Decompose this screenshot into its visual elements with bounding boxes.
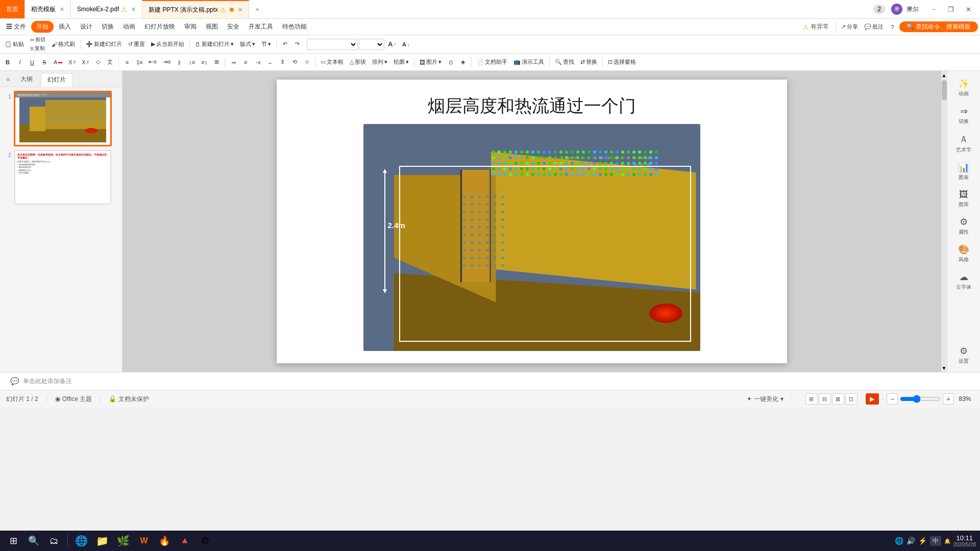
present-tools-button[interactable]: 📺 演示工具	[511, 56, 547, 68]
bullets-button[interactable]: ≡	[121, 56, 133, 68]
reset-button[interactable]: ↺ 重置	[126, 38, 148, 51]
animation-tool[interactable]: ✨ 动画	[949, 75, 978, 101]
justify-button[interactable]: ⫠	[264, 56, 276, 68]
style-tool[interactable]: 🎨 风格	[949, 241, 978, 266]
properties-tool[interactable]: ⚙ 属性	[949, 213, 978, 239]
tab-outline[interactable]: 大纲	[14, 73, 39, 87]
taskbar-app2[interactable]: 🔥	[155, 532, 174, 550]
anomaly-label[interactable]: 有异常	[811, 22, 829, 31]
taskbar-explorer[interactable]: 📁	[93, 532, 112, 550]
share-button[interactable]: ↗ 分享	[839, 21, 861, 33]
section-button[interactable]: 节 ▾	[259, 38, 274, 51]
font-color-button[interactable]: A▬	[51, 56, 65, 68]
zoom-out-button[interactable]: −	[887, 393, 898, 405]
column-button[interactable]: ⫿	[174, 56, 185, 68]
taskbar-app3[interactable]: 🔺	[176, 532, 194, 550]
line-spacing-button[interactable]: ≡↕	[199, 56, 210, 68]
scroll-down-arrow[interactable]: ▼	[941, 364, 947, 372]
menu-design[interactable]: 设计	[76, 21, 96, 33]
shape-btn[interactable]: ◇	[92, 56, 104, 68]
font-name-select[interactable]	[307, 39, 358, 50]
italic-button[interactable]: I	[14, 56, 26, 68]
shape-button[interactable]: △ 形状	[347, 56, 369, 68]
image-button[interactable]: 🖼 图片 ▾	[417, 56, 444, 68]
new-slide-button[interactable]: ➕ 新建幻灯片	[83, 38, 125, 51]
reading-view-button[interactable]: ⊠	[832, 393, 844, 405]
notes-view-button[interactable]: ⊡	[845, 393, 857, 405]
tab-pptx[interactable]: 新建 PPTX 演示文稿.pptx ⚠ ✕	[142, 0, 249, 18]
taskbar-app1[interactable]: 🌿	[114, 532, 133, 550]
redo-button[interactable]: ↷	[291, 38, 303, 51]
protection-info[interactable]: 🔓 文档未保护	[109, 395, 149, 404]
menu-animation[interactable]: 动画	[119, 21, 139, 33]
doc-assist-button[interactable]: 📄 文档助手	[474, 56, 510, 68]
format-painter-button[interactable]: 🖌 格式刷	[49, 38, 78, 51]
slide-preview-2[interactable]: 本文来自互联网，仅供参考使用。此文档并不代表作者的任何观点，不构成任何专业建议。…	[14, 150, 111, 205]
new-slide-dropdown[interactable]: 🗒 新建幻灯片 ▾	[192, 38, 236, 51]
transition-tool[interactable]: ⇒ 切换	[949, 103, 978, 128]
align-center-button[interactable]: ≡	[240, 56, 251, 68]
text-box-button[interactable]: ▭ 文本框	[318, 56, 346, 68]
tab-home[interactable]: 首页	[0, 0, 25, 18]
scroll-up-arrow[interactable]: ▲	[941, 71, 947, 79]
zoom-in-button[interactable]: +	[943, 393, 954, 405]
align-left-button[interactable]: ⫤	[228, 56, 239, 68]
chart-tool[interactable]: 📊 图表	[949, 159, 978, 184]
vertical-scrollbar[interactable]: ▲ ▼	[941, 71, 947, 372]
taskbar-wps[interactable]: W	[135, 532, 153, 550]
from-current-button[interactable]: ▶ 从当前开始	[149, 38, 187, 51]
task-view-button[interactable]: 🗂	[45, 532, 63, 550]
menu-review[interactable]: 审阅	[180, 21, 201, 33]
tab-pdf-close[interactable]: ✕	[131, 6, 136, 13]
slide-preview-1[interactable]: 烟层高度和热流通过一个门	[14, 91, 111, 146]
slide-image[interactable]: 2.4m	[292, 124, 772, 351]
screenshot-button[interactable]: ⎙	[445, 56, 456, 68]
menu-special[interactable]: 特色功能	[278, 21, 311, 33]
arrange-button[interactable]: 排列 ▾	[370, 56, 390, 68]
font-size-select[interactable]	[359, 39, 384, 50]
text-effects-btn[interactable]: 文	[105, 56, 116, 68]
outdent-button[interactable]: ⇤≡	[146, 56, 159, 68]
menu-insert[interactable]: 插入	[55, 21, 75, 33]
tab-pptx-close[interactable]: ✕	[238, 7, 242, 13]
restore-button[interactable]: ❐	[943, 3, 959, 15]
decrease-font-button[interactable]: A↓	[400, 38, 412, 51]
new-tab-button[interactable]: ＋	[249, 0, 265, 18]
tab-pdf[interactable]: SmokeEx-2.pdf ⚠ ✕	[71, 0, 142, 18]
taskbar-edge[interactable]: 🌐	[72, 532, 91, 550]
valign-button[interactable]: ⇕	[277, 56, 288, 68]
para-spacing-button[interactable]: ↕≡	[186, 56, 198, 68]
more-para-button[interactable]: ⊞	[211, 56, 222, 68]
beautify-button[interactable]: ✦ 一键美化 ▾	[747, 395, 783, 404]
select-pane-button[interactable]: ⊡ 选择窗格	[605, 56, 639, 68]
subscript-button[interactable]: X2	[66, 56, 78, 68]
menu-dev[interactable]: 开发工具	[244, 21, 277, 33]
close-button[interactable]: ✕	[961, 3, 976, 15]
gallery-tool[interactable]: 🖼 图库	[949, 186, 978, 211]
paste-button[interactable]: 📋 粘贴	[2, 38, 27, 51]
tab-template-close[interactable]: ✕	[60, 6, 64, 13]
search-bar[interactable]: 🔍 查找命令、搜索模板	[899, 21, 978, 32]
notes-bar[interactable]: 💬 单击此处添加备注	[0, 372, 980, 390]
taskbar-settings[interactable]: ⚙	[196, 532, 214, 550]
undo-button[interactable]: ↶	[279, 38, 290, 51]
tab-slides[interactable]: 幻灯片	[41, 73, 72, 87]
slide-sorter-button[interactable]: ⊟	[819, 393, 831, 405]
zoom-slider[interactable]	[900, 395, 941, 403]
text-dir-button[interactable]: ⟲	[289, 56, 300, 68]
normal-view-button[interactable]: ⊞	[805, 393, 818, 405]
cloud-font-tool[interactable]: ☁ 云字体	[949, 268, 978, 294]
menu-slideshow[interactable]: 幻灯片放映	[140, 21, 179, 33]
menu-view[interactable]: 视图	[202, 21, 222, 33]
copy-button[interactable]: ⎘ 复制	[28, 44, 48, 53]
help-button[interactable]: ?	[887, 21, 898, 33]
art-text-tool[interactable]: Ａ 艺术字	[949, 130, 978, 157]
underline-button[interactable]: U	[27, 56, 38, 68]
icons-button[interactable]: ◈	[457, 56, 469, 68]
increase-font-button[interactable]: A↑	[385, 38, 399, 51]
slide-title[interactable]: 烟层高度和热流通过一个门	[292, 94, 772, 118]
layout-button[interactable]: 版式 ▾	[237, 38, 258, 51]
slide-canvas[interactable]: 烟层高度和热流通过一个门	[277, 80, 787, 363]
ime-indicator[interactable]: 中	[930, 536, 941, 546]
settings-tool[interactable]: ⚙ 设置	[949, 342, 978, 368]
